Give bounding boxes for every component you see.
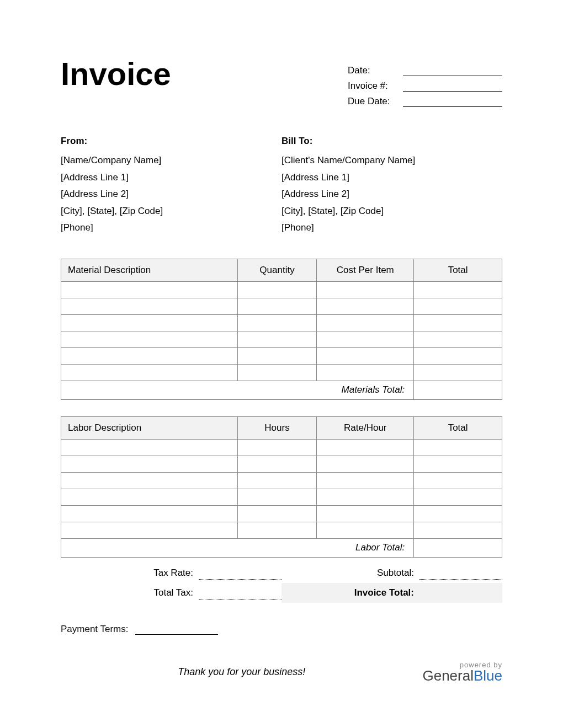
labor-header-total: Total (414, 416, 502, 439)
table-row[interactable] (61, 439, 502, 456)
from-heading: From: (61, 136, 282, 147)
payment-terms-field[interactable] (135, 625, 218, 635)
labor-table: Labor Description Hours Rate/Hour Total … (61, 416, 502, 558)
invoice-meta: Date: Invoice #: Due Date: (348, 65, 502, 111)
materials-header-quantity: Quantity (237, 259, 317, 281)
bill-to-city-state-zip: [City], [State], [Zip Code] (282, 203, 502, 220)
table-row[interactable] (61, 331, 502, 347)
subtotal-label: Subtotal: (282, 568, 419, 579)
from-city-state-zip: [City], [State], [Zip Code] (61, 203, 282, 220)
tax-rate-label: Tax Rate: (61, 568, 199, 579)
labor-total-value[interactable] (414, 538, 502, 557)
thank-you-message: Thank you for your business! (61, 666, 422, 678)
table-row[interactable] (61, 281, 502, 298)
bill-to-heading: Bill To: (282, 136, 502, 147)
invoice-total-label: Invoice Total: (282, 587, 419, 598)
from-name: [Name/Company Name] (61, 152, 282, 169)
from-phone: [Phone] (61, 220, 282, 237)
due-date-field[interactable] (403, 96, 502, 107)
materials-header-cost: Cost Per Item (317, 259, 414, 281)
from-address-1: [Address Line 1] (61, 169, 282, 186)
materials-total-value[interactable] (414, 381, 502, 399)
total-tax-field[interactable] (199, 586, 282, 599)
table-row[interactable] (61, 456, 502, 472)
subtotal-field[interactable] (419, 566, 502, 580)
invoice-total-field[interactable] (419, 586, 502, 599)
labor-header-hours: Hours (237, 416, 317, 439)
table-row[interactable] (61, 347, 502, 364)
bill-to-address-1: [Address Line 1] (282, 169, 502, 186)
date-label: Date: (348, 65, 403, 76)
tax-rate-field[interactable] (199, 566, 282, 580)
materials-header-total: Total (414, 259, 502, 281)
labor-total-label: Labor Total: (61, 538, 414, 557)
materials-header-description: Material Description (61, 259, 238, 281)
labor-header-description: Labor Description (61, 416, 238, 439)
table-row[interactable] (61, 364, 502, 381)
table-row[interactable] (61, 314, 502, 331)
table-row[interactable] (61, 522, 502, 538)
materials-total-label: Materials Total: (61, 381, 414, 399)
generalblue-logo: GeneralBlue (422, 668, 502, 683)
bill-to-phone: [Phone] (282, 220, 502, 237)
table-row[interactable] (61, 298, 502, 314)
date-field[interactable] (403, 65, 502, 76)
materials-table: Material Description Quantity Cost Per I… (61, 259, 502, 400)
due-date-label: Due Date: (348, 96, 403, 107)
invoice-number-field[interactable] (403, 81, 502, 92)
bill-to-address-2: [Address Line 2] (282, 186, 502, 203)
from-address-2: [Address Line 2] (61, 186, 282, 203)
total-tax-label: Total Tax: (61, 587, 199, 598)
table-row[interactable] (61, 489, 502, 505)
table-row[interactable] (61, 472, 502, 489)
invoice-number-label: Invoice #: (348, 81, 403, 92)
labor-header-rate: Rate/Hour (317, 416, 414, 439)
branding: powered by GeneralBlue (422, 661, 502, 683)
from-block: From: [Name/Company Name] [Address Line … (61, 136, 282, 237)
bill-to-block: Bill To: [Client's Name/Company Name] [A… (282, 136, 502, 237)
document-title: Invoice (61, 55, 171, 92)
payment-terms-label: Payment Terms: (61, 624, 129, 635)
bill-to-name: [Client's Name/Company Name] (282, 152, 502, 169)
table-row[interactable] (61, 505, 502, 522)
